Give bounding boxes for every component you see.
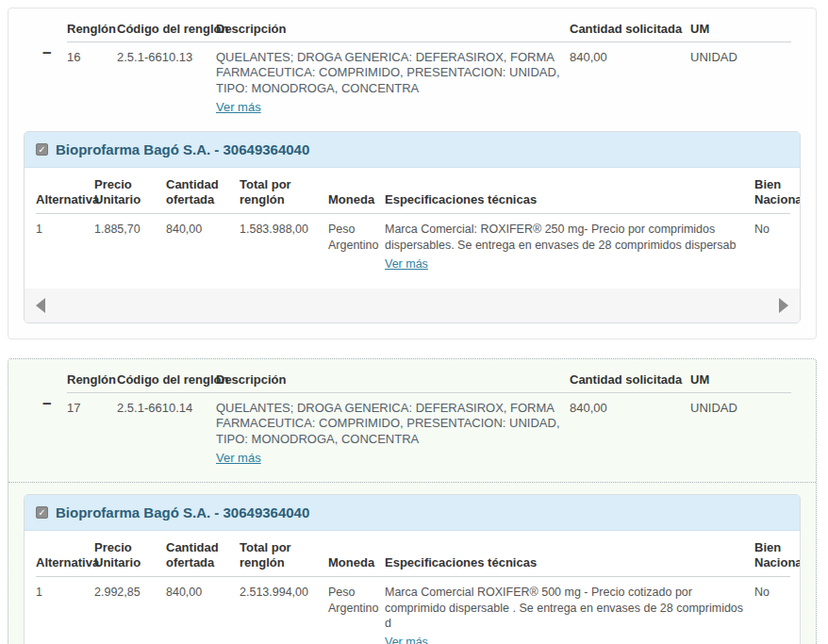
offer-alternativa-value: 1 (36, 577, 94, 644)
ver-mas-link[interactable]: Ver más (216, 451, 261, 465)
collapse-minus-icon[interactable]: – (42, 397, 51, 410)
offer-cantidad-value: 840,00 (166, 577, 240, 644)
item-um-value: UNIDAD (690, 42, 791, 118)
item-codigo-value: 2.5.1-6610.13 (117, 42, 216, 118)
offer-table: Alternativa Precio Unitario Cantidad ofe… (36, 170, 790, 275)
vendor-title: Bioprofarma Bagó S.A. - 30649364040 (56, 141, 309, 157)
renglon-section-17: Renglón Código del renglón Descripción C… (8, 358, 817, 644)
offer-table: Alternativa Precio Unitario Cantidad ofe… (36, 533, 790, 644)
offer-precio-value: 2.992,85 (94, 577, 166, 644)
column-header-bien-nacional: Bien Nacional (754, 170, 790, 214)
item-row: – 16 2.5.1-6610.13 QUELANTES; DROGA GENE… (8, 42, 791, 118)
offer-table-wrap: Alternativa Precio Unitario Cantidad ofe… (25, 168, 800, 275)
vendor-panel-header[interactable]: ✓ Bioprofarma Bagó S.A. - 30649364040 (25, 132, 800, 168)
vendor-panel-header[interactable]: ✓ Bioprofarma Bagó S.A. - 30649364040 (25, 495, 800, 531)
renglon-section-16: Renglón Código del renglón Descripción C… (8, 8, 817, 339)
offer-especificaciones-value: Marca Comercial ROXIFER® 500 mg - Precio… (385, 585, 747, 631)
offer-cantidad-value: 840,00 (166, 214, 240, 275)
column-header-especificaciones: Especificaciones técnicas (385, 170, 754, 214)
scroll-left-icon[interactable] (36, 298, 45, 313)
vendor-title: Bioprofarma Bagó S.A. - 30649364040 (56, 504, 309, 520)
column-header-total: Total por renglón (240, 533, 328, 577)
column-header-cantidad-ofertada: Cantidad ofertada (166, 533, 240, 577)
column-header-total: Total por renglón (240, 170, 328, 214)
offer-precio-value: 1.885,70 (94, 214, 166, 275)
column-header-codigo: Código del renglón (117, 365, 216, 393)
column-header-moneda: Moneda (328, 533, 385, 577)
offer-row: 1 2.992,85 840,00 2.513.994,00 Peso Arge… (36, 577, 790, 644)
offer-moneda-value: Peso Argentino (328, 214, 385, 275)
item-descripcion-value: QUELANTES; DROGA GENERICA: DEFERASIROX, … (216, 401, 562, 447)
column-header-descripcion: Descripción (216, 14, 570, 42)
offer-bien-nacional-value: No (754, 214, 790, 275)
item-block: Renglón Código del renglón Descripción C… (8, 359, 816, 483)
item-table: Renglón Código del renglón Descripción C… (8, 14, 791, 118)
vendor-checkbox-icon[interactable]: ✓ (36, 506, 48, 519)
column-header-um: UM (690, 14, 791, 42)
item-codigo-value: 2.5.1-6610.14 (117, 393, 216, 469)
column-header-alternativa: Alternativa (36, 533, 94, 577)
column-header-codigo: Código del renglón (117, 14, 216, 42)
column-header-um: UM (690, 365, 791, 393)
item-um-value: UNIDAD (690, 393, 791, 469)
toggle-column-header (8, 14, 67, 42)
offer-especificaciones-value: Marca Comercial: ROXIFER® 250 mg- Precio… (385, 222, 747, 253)
item-block: Renglón Código del renglón Descripción C… (8, 8, 816, 131)
column-header-renglon: Renglón (67, 14, 117, 42)
column-header-moneda: Moneda (328, 170, 385, 214)
column-header-cantidad: Cantidad solicitada (570, 14, 690, 42)
ver-mas-link[interactable]: Ver más (216, 100, 261, 114)
column-header-cantidad-ofertada: Cantidad ofertada (166, 170, 240, 214)
item-cantidad-value: 840,00 (570, 42, 690, 118)
item-cantidad-value: 840,00 (570, 393, 690, 469)
vendor-panel: ✓ Bioprofarma Bagó S.A. - 30649364040 Al… (24, 494, 801, 644)
offer-row: 1 1.885,70 840,00 1.583.988,00 Peso Arge… (36, 214, 790, 275)
offer-moneda-value: Peso Argentino (328, 577, 385, 644)
scroll-right-icon[interactable] (779, 298, 788, 313)
item-descripcion-value: QUELANTES; DROGA GENERICA: DEFERASIROX, … (216, 50, 562, 96)
column-header-precio: Precio Unitario (94, 533, 166, 577)
ver-mas-link[interactable]: Ver más (385, 635, 428, 644)
offer-bien-nacional-value: No (754, 577, 790, 644)
column-header-descripcion: Descripción (216, 365, 570, 393)
toggle-column-header (8, 365, 67, 393)
item-renglon-value: 16 (67, 42, 117, 118)
column-header-bien-nacional: Bien Nacional (754, 533, 790, 577)
offer-total-value: 2.513.994,00 (240, 577, 328, 644)
ver-mas-link[interactable]: Ver más (385, 256, 428, 272)
item-row: – 17 2.5.1-6610.14 QUELANTES; DROGA GENE… (8, 393, 791, 469)
vendor-panel: ✓ Bioprofarma Bagó S.A. - 30649364040 Al… (24, 131, 801, 323)
collapse-minus-icon[interactable]: – (42, 46, 51, 59)
offer-alternativa-value: 1 (36, 214, 94, 275)
column-header-cantidad: Cantidad solicitada (570, 365, 690, 393)
offer-table-wrap: Alternativa Precio Unitario Cantidad ofe… (25, 531, 800, 644)
column-header-precio: Precio Unitario (94, 170, 166, 214)
results-page: Renglón Código del renglón Descripción C… (0, 0, 828, 644)
horizontal-scroll-strip (25, 289, 800, 322)
column-header-renglon: Renglón (67, 365, 117, 393)
offer-total-value: 1.583.988,00 (240, 214, 328, 275)
column-header-especificaciones: Especificaciones técnicas (385, 533, 754, 577)
item-table: Renglón Código del renglón Descripción C… (8, 365, 791, 469)
vendor-checkbox-icon[interactable]: ✓ (36, 143, 48, 156)
item-renglon-value: 17 (67, 393, 117, 469)
column-header-alternativa: Alternativa (36, 170, 94, 214)
